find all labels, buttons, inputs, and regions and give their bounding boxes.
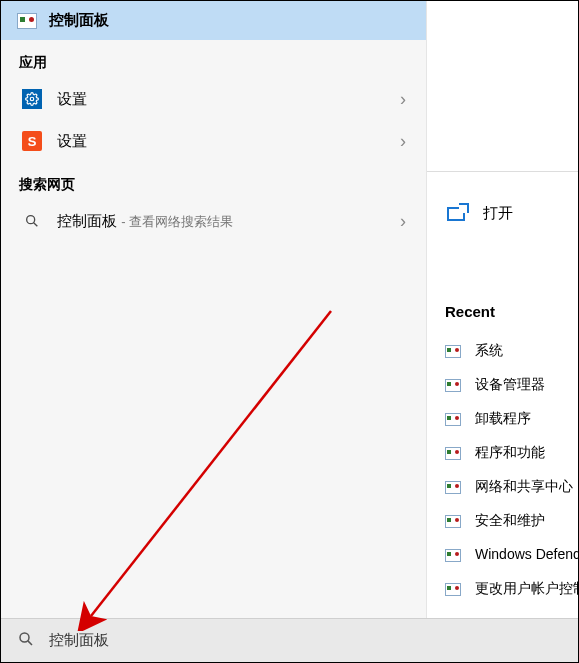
control-panel-icon [445, 413, 461, 426]
recent-item-label: 更改用户帐户控制设置 [475, 580, 578, 598]
web-item-label: 控制面板 - 查看网络搜索结果 [57, 212, 386, 231]
recent-item-label: 设备管理器 [475, 376, 545, 394]
recent-item-label: 系统 [475, 342, 503, 360]
recent-header: Recent [445, 303, 578, 320]
recent-item[interactable]: 程序和功能 [445, 436, 578, 470]
search-input[interactable] [49, 632, 562, 649]
control-panel-icon [445, 447, 461, 460]
recent-item[interactable]: 更改用户帐户控制设置 [445, 572, 578, 606]
recent-item[interactable]: Windows Defender 防火墙 [445, 538, 578, 572]
recent-item-label: 卸载程序 [475, 410, 531, 428]
chevron-right-icon: › [400, 89, 406, 110]
chevron-right-icon: › [400, 211, 406, 232]
app-item-settings-1[interactable]: 设置 › [1, 78, 426, 120]
recent-list: 系统设备管理器卸载程序程序和功能网络和共享中心安全和维护Windows Defe… [445, 334, 578, 606]
recent-item[interactable]: 卸载程序 [445, 402, 578, 436]
control-panel-icon [445, 379, 461, 392]
search-icon [17, 630, 35, 651]
results-left-column: 控制面板 应用 设置 › S 设置 › 搜索网页 [1, 1, 427, 618]
svg-point-3 [20, 633, 29, 642]
gear-icon [22, 89, 42, 109]
web-search-item[interactable]: 控制面板 - 查看网络搜索结果 › [1, 200, 426, 242]
control-panel-icon [445, 549, 461, 562]
app-item-label: 设置 [57, 90, 386, 109]
control-panel-icon [445, 345, 461, 358]
svg-point-0 [30, 97, 34, 101]
sogou-icon: S [22, 131, 42, 151]
search-bar[interactable] [1, 618, 578, 662]
open-action[interactable]: 打开 [445, 202, 578, 253]
svg-line-2 [34, 223, 38, 227]
open-label: 打开 [483, 204, 513, 223]
search-icon [21, 210, 43, 232]
recent-item-label: 网络和共享中心 [475, 478, 573, 496]
best-match-title: 控制面板 [49, 11, 109, 30]
divider [427, 171, 578, 172]
control-panel-icon [445, 481, 461, 494]
app-item-settings-2[interactable]: S 设置 › [1, 120, 426, 162]
chevron-right-icon: › [400, 131, 406, 152]
control-panel-icon [445, 515, 461, 528]
control-panel-icon [17, 13, 37, 29]
svg-line-4 [28, 641, 32, 645]
recent-item-label: 安全和维护 [475, 512, 545, 530]
section-header-apps: 应用 [1, 40, 426, 78]
recent-item-label: 程序和功能 [475, 444, 545, 462]
web-item-sub: - 查看网络搜索结果 [121, 214, 233, 229]
section-header-web: 搜索网页 [1, 162, 426, 200]
recent-item[interactable]: 系统 [445, 334, 578, 368]
recent-item[interactable]: 安全和维护 [445, 504, 578, 538]
details-right-column: 打开 Recent 系统设备管理器卸载程序程序和功能网络和共享中心安全和维护Wi… [427, 1, 578, 618]
recent-item-label: Windows Defender 防火墙 [475, 546, 578, 564]
control-panel-icon [445, 583, 461, 596]
best-match-row[interactable]: 控制面板 [1, 1, 426, 40]
recent-item[interactable]: 设备管理器 [445, 368, 578, 402]
svg-point-1 [27, 216, 35, 224]
app-item-label: 设置 [57, 132, 386, 151]
open-icon [447, 207, 465, 221]
recent-item[interactable]: 网络和共享中心 [445, 470, 578, 504]
